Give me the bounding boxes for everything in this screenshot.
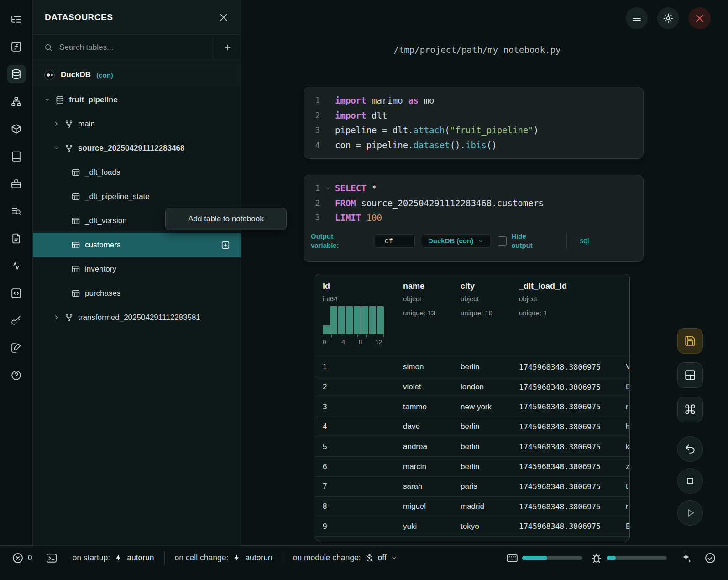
terminal-icon[interactable] (46, 552, 58, 564)
chevron-down-icon[interactable] (53, 145, 60, 152)
add-table-to-notebook-icon[interactable] (220, 240, 230, 250)
column-type: int64 (323, 295, 396, 303)
check-circle-icon[interactable] (704, 552, 716, 564)
tree-item-inventory[interactable]: inventory (33, 257, 241, 281)
menu-button[interactable] (626, 7, 648, 29)
on-startup-label: on startup: (72, 553, 110, 563)
tree-item-label: transformed_202504291112283581 (78, 313, 200, 322)
save-button[interactable] (677, 328, 703, 354)
notebook-edit-icon[interactable] (7, 339, 26, 357)
on-cell-change-setting[interactable]: on cell change: autorun (175, 553, 272, 563)
settings-icon (663, 13, 674, 24)
column-header-city[interactable]: cityobjectunique: 10 (453, 274, 512, 357)
tree-item-label: _dlt_pipeline_state (85, 192, 150, 201)
error-count-button[interactable]: 0 (12, 552, 32, 564)
table-cell: 4 (315, 422, 396, 431)
table-body: 1simonberlin1745968348.3806975V2violetlo… (315, 357, 629, 537)
tree-item-purchases[interactable]: purchases (33, 281, 241, 305)
package-icon[interactable] (7, 120, 26, 138)
table-cell: berlin (453, 362, 512, 371)
table-icon (71, 240, 80, 250)
table-cell: 1 (315, 362, 396, 371)
chevron-down-icon (391, 554, 398, 561)
tree-item-transformed_202504291112283581[interactable]: transformed_202504291112283581 (33, 305, 241, 329)
chevron-right-icon[interactable] (53, 314, 60, 321)
bolt-icon (114, 554, 123, 562)
code-block-icon[interactable] (7, 284, 26, 302)
toolbox-icon[interactable] (7, 174, 26, 193)
tree-structure-icon[interactable] (7, 10, 26, 28)
table-cell: andrea (396, 442, 453, 451)
code-line: 2FROM source_202504291112283468.customer… (304, 196, 643, 211)
sql-cell[interactable]: 1SELECT *2FROM source_202504291112283468… (304, 175, 644, 262)
code-text: con = pipeline.dataset().ibis() (335, 140, 497, 150)
search-input[interactable] (59, 43, 215, 52)
list-search-icon[interactable] (7, 202, 26, 220)
hierarchy-icon[interactable] (7, 92, 26, 110)
keyboard-slider[interactable] (522, 556, 582, 560)
database-icon[interactable] (7, 65, 26, 83)
column-header-_dlt_load_id[interactable]: _dlt_load_idobjectunique: 1 (512, 274, 618, 357)
close-button[interactable] (689, 7, 711, 29)
code-line: 1import marimo as mo (304, 93, 643, 108)
chevron-down-icon[interactable] (44, 96, 51, 103)
run-icon (684, 507, 696, 519)
on-module-change-setting[interactable]: on module change: off (293, 553, 398, 563)
table-cell: 7 (315, 482, 396, 491)
command-button[interactable] (677, 397, 703, 422)
on-module-change-label: on module change: (293, 553, 361, 563)
tree-item-customers[interactable]: customers (33, 233, 241, 257)
table-cell: 3 (315, 402, 396, 412)
table-cell: 1745968348.3806975 (512, 502, 618, 511)
on-startup-setting[interactable]: on startup: autorun (72, 553, 154, 563)
engine-name: DuckDB (61, 70, 91, 79)
layout-button[interactable] (677, 362, 703, 388)
tree-item-fruit_pipeline[interactable]: fruit_pipeline (33, 88, 241, 112)
datasources-header: DATASOURCES (33, 0, 241, 35)
code-text: FROM source_202504291112283468.customers (335, 198, 544, 208)
settings-button[interactable] (657, 7, 679, 29)
column-name: city (461, 282, 512, 291)
table-row: 4daveberlin1745968348.3806975h (315, 417, 629, 437)
code-text: LIMIT 100 (335, 213, 382, 223)
table-cell: tokyo (453, 522, 512, 531)
column-header-id[interactable]: idint6404812 (315, 274, 396, 357)
function-square-icon[interactable] (7, 37, 26, 56)
table-row: 1simonberlin1745968348.3806975V (315, 357, 629, 377)
line-number: 2 (304, 199, 325, 208)
run-button[interactable] (677, 500, 703, 526)
chevron-right-icon[interactable] (53, 120, 60, 127)
tree-item-_dlt_pipeline_state[interactable]: _dlt_pipeline_state (33, 184, 241, 209)
add-datasource-button[interactable] (215, 35, 241, 60)
engine-select-dropdown[interactable]: DuckDB (con) (422, 234, 490, 248)
language-badge[interactable]: sql (580, 237, 589, 245)
keyboard-slider-fill (522, 556, 547, 560)
tree-item-source_202504291112283468[interactable]: source_202504291112283468 (33, 136, 241, 160)
hide-output-checkbox[interactable] (498, 236, 507, 246)
code-text: import dlt (335, 110, 387, 120)
file-text-icon[interactable] (7, 229, 26, 247)
debug-slider[interactable] (607, 556, 667, 560)
undo-button[interactable] (677, 436, 703, 462)
python-cell[interactable]: 1import marimo as mo2import dlt3pipeline… (304, 87, 644, 159)
tree-item-main[interactable]: main (33, 112, 241, 136)
undo-icon (684, 443, 696, 455)
table-cell: V (618, 362, 630, 371)
duckdb-connection[interactable]: DuckDB (con) (33, 63, 241, 87)
output-variable-input[interactable]: _df (375, 234, 415, 248)
book-icon[interactable] (7, 147, 26, 165)
hide-output-label: Hide output (511, 232, 541, 250)
column-header-name[interactable]: nameobjectunique: 13 (396, 274, 453, 357)
status-bar-right (506, 552, 716, 564)
close-panel-icon[interactable] (219, 12, 229, 22)
sparkle-icon[interactable] (681, 552, 692, 564)
activity-icon[interactable] (7, 256, 26, 275)
tree-item-_dlt_loads[interactable]: _dlt_loads (33, 160, 241, 184)
table-cell: 1745968348.3806975 (512, 402, 618, 411)
stop-button[interactable] (677, 468, 703, 494)
help-circle-icon[interactable] (7, 366, 26, 384)
fold-icon[interactable] (325, 185, 335, 191)
table-cell: 1745968348.3806975 (512, 482, 618, 491)
key-icon[interactable] (7, 311, 26, 329)
table-cell: 1745968348.3806975 (512, 383, 618, 392)
